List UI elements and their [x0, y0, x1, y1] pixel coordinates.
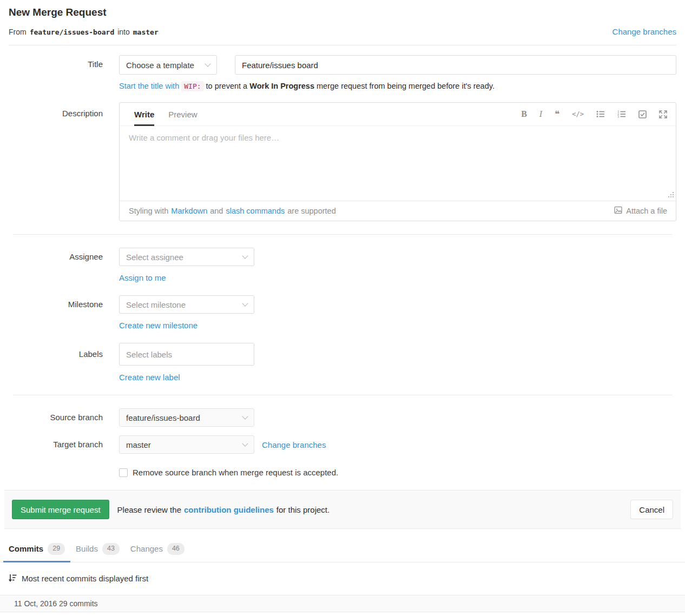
tab-preview[interactable]: Preview [168, 103, 197, 126]
source-branch-row: Source branch feature/issues-board [9, 408, 676, 427]
remove-source-branch-row: Remove source branch when merge request … [119, 468, 676, 477]
into-label: into [117, 28, 130, 36]
from-label: From [9, 28, 27, 36]
sort-note: Most recent commits displayed first [0, 562, 685, 595]
milestone-label: Milestone [9, 295, 103, 330]
tab-changes-label: Changes [130, 544, 163, 553]
tab-commits-badge: 29 [48, 543, 65, 555]
title-label: Title [9, 55, 103, 90]
description-textarea[interactable] [120, 126, 676, 201]
contribution-guidelines-link[interactable]: contribution guidelines [184, 505, 274, 514]
section-divider [13, 234, 672, 235]
branch-summary: From feature/issues-board into master Ch… [9, 27, 676, 45]
attach-file-label: Attach a file [626, 207, 667, 215]
form-actions-bar: Submit merge request Please review the c… [4, 490, 681, 529]
bullet-list-icon[interactable] [596, 110, 605, 118]
sort-note-text: Most recent commits displayed first [22, 574, 148, 583]
styling-with-text: Styling with [129, 207, 168, 215]
chevron-down-icon [242, 413, 248, 419]
hint-tail-text: merge request from being merged before i… [317, 82, 495, 90]
submit-merge-request-button[interactable]: Submit merge request [12, 500, 109, 519]
description-label: Description [9, 102, 103, 221]
sort-descending-icon [9, 574, 17, 584]
section-divider [13, 395, 672, 395]
create-milestone-link[interactable]: Create new milestone [119, 321, 197, 330]
assignee-row: Assignee Select assignee Assign to me [9, 248, 676, 282]
tab-builds[interactable]: Builds 43 [70, 535, 125, 562]
page-title: New Merge Request [9, 6, 676, 18]
chevron-down-icon [205, 61, 210, 67]
source-branch-name: feature/issues-board [30, 28, 115, 36]
labels-row: Labels Create new label [9, 343, 676, 382]
tab-write[interactable]: Write [134, 103, 154, 126]
markdown-footer: Styling with Markdown and slash commands… [120, 201, 676, 221]
assign-to-me-link[interactable]: Assign to me [119, 273, 166, 282]
labels-input[interactable] [119, 343, 254, 366]
target-branch-select-text: master [126, 440, 151, 449]
chevron-down-icon [242, 253, 248, 259]
italic-icon[interactable]: I [539, 109, 542, 119]
page-header: New Merge Request From feature/issues-bo… [0, 0, 685, 45]
markdown-toolbar: B I ❝ </> 123 [521, 103, 667, 125]
target-branch-name: master [133, 28, 159, 36]
labels-label: Labels [9, 343, 103, 382]
source-branch-select[interactable]: feature/issues-board [119, 408, 254, 427]
milestone-select-text: Select milestone [126, 300, 186, 309]
template-dropdown-text: Choose a template [126, 61, 194, 70]
review-post-text: for this project. [276, 505, 330, 514]
bold-icon[interactable]: B [521, 109, 527, 119]
wip-hint-link[interactable]: Start the title with [119, 82, 179, 90]
hint-bold-text: Work In Progress [249, 82, 314, 90]
description-row: Description Write Preview B I ❝ </> [9, 102, 676, 221]
are-supported-text: are supported [287, 207, 335, 215]
title-input[interactable] [235, 55, 676, 75]
remove-source-branch-checkbox[interactable] [119, 468, 128, 477]
fullscreen-icon[interactable] [659, 110, 667, 118]
tab-builds-label: Builds [76, 544, 98, 553]
hint-mid-text: to prevent a [206, 82, 248, 90]
commits-group-header: 11 Oct, 2016 29 commits [0, 595, 685, 612]
task-list-icon[interactable] [638, 110, 647, 118]
chevron-down-icon [242, 300, 248, 306]
quote-icon[interactable]: ❝ [555, 110, 559, 119]
wip-code: WIP: [181, 81, 203, 91]
tab-changes[interactable]: Changes 46 [125, 535, 190, 562]
title-hint: Start the title with WIP: to prevent a W… [119, 82, 676, 90]
change-branches-link[interactable]: Change branches [612, 27, 676, 36]
tab-builds-badge: 43 [102, 543, 120, 555]
source-branch-select-text: feature/issues-board [126, 413, 200, 422]
assignee-select-text: Select assignee [126, 253, 183, 262]
review-note: Please review the contribution guideline… [117, 505, 330, 514]
title-row: Title Choose a template Start the title … [9, 55, 676, 90]
change-branches-link-inline[interactable]: Change branches [262, 440, 326, 449]
svg-text:3: 3 [617, 115, 619, 118]
attach-file-button[interactable]: Attach a file [614, 206, 667, 216]
merge-request-form: Title Choose a template Start the title … [0, 45, 685, 477]
cancel-button[interactable]: Cancel [630, 500, 673, 519]
resize-grip[interactable] [668, 191, 674, 200]
tab-commits-label: Commits [9, 544, 43, 553]
assignee-select[interactable]: Select assignee [119, 248, 254, 266]
review-pre-text: Please review the [117, 505, 181, 514]
milestone-row: Milestone Select milestone Create new mi… [9, 295, 676, 330]
numbered-list-icon[interactable]: 123 [617, 110, 626, 118]
markdown-link[interactable]: Markdown [171, 207, 207, 215]
target-branch-select[interactable]: master [119, 435, 254, 454]
tab-commits[interactable]: Commits 29 [3, 535, 70, 562]
slash-commands-link[interactable]: slash commands [226, 207, 285, 215]
remove-source-branch-label: Remove source branch when merge request … [133, 468, 338, 477]
code-icon[interactable]: </> [572, 110, 584, 118]
assignee-label: Assignee [9, 248, 103, 282]
choose-template-dropdown[interactable]: Choose a template [119, 55, 217, 75]
mr-tabs: Commits 29 Builds 43 Changes 46 [0, 535, 685, 562]
target-branch-row: Target branch master Change branches [9, 435, 676, 454]
markdown-editor: Write Preview B I ❝ </> 123 [119, 102, 676, 221]
tab-changes-badge: 46 [167, 543, 185, 555]
attach-image-icon [614, 206, 622, 216]
source-branch-label: Source branch [9, 408, 103, 427]
and-text: and [210, 207, 223, 215]
create-label-link[interactable]: Create new label [119, 373, 180, 382]
chevron-down-icon [242, 440, 248, 446]
milestone-select[interactable]: Select milestone [119, 295, 254, 314]
target-branch-label: Target branch [9, 435, 103, 454]
